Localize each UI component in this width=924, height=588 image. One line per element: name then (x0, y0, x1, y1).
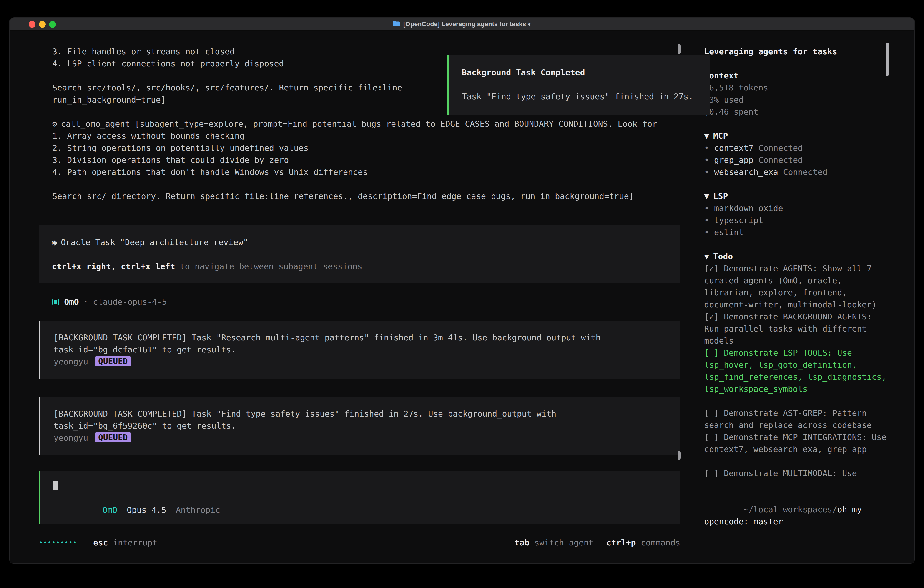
background-task-message: [BACKGROUND TASK COMPLETED] Task "Find t… (39, 397, 680, 455)
agent-header: OmO · claude-opus-4-5 (52, 296, 695, 308)
mcp-item-name: context7 (714, 143, 754, 153)
bullet-icon: • (704, 228, 709, 237)
context-section: Context 66,518 tokens 33% used $0.46 spe… (704, 69, 891, 118)
collapse-icon: ▼ (704, 192, 709, 201)
mcp-header-label: MCP (713, 131, 728, 140)
status-badge: QUEUED (94, 356, 131, 366)
ctrlp-key-label: commands (641, 537, 680, 549)
todo-item-pending: [ ] Demonstrate MULTIMODAL: Use (704, 467, 891, 479)
workspace-path: ~/local-workspaces/oh-my-opencode: maste… (704, 491, 891, 540)
oracle-task-title: Oracle Task "Deep architecture review" (61, 238, 248, 247)
tool-call-line: Search src/ directory. Return specific f… (52, 190, 695, 202)
lsp-item: •markdown-oxide (704, 202, 891, 214)
minimize-button[interactable] (39, 21, 46, 28)
main-scrollbar-thumb-bottom[interactable] (678, 451, 681, 460)
folder-icon (393, 20, 400, 28)
background-task-message: [BACKGROUND TASK COMPLETED] Task "Resear… (39, 320, 680, 378)
checkbox-fill (54, 301, 57, 304)
message-text-line: [BACKGROUND TASK COMPLETED] Task "Find t… (54, 408, 667, 420)
lsp-section: ▼LSP •markdown-oxide •typescript •eslint (704, 190, 891, 238)
notification-title: Background Task Completed (462, 66, 696, 78)
blank-line (52, 178, 695, 190)
mcp-header: ▼MCP (704, 130, 891, 142)
session-title: Leveraging agents for tasks (704, 45, 891, 58)
oracle-hint-text: to navigate between subagent sessions (175, 262, 362, 271)
terminal-content: 3. File handles or streams not closed 4.… (10, 31, 914, 563)
todo-header: ▼Todo (704, 250, 891, 263)
esc-key-hint: esc (93, 537, 108, 549)
input-provider-name: Anthropic (176, 505, 220, 515)
sidebar: Leveraging agents for tasks Context 66,5… (695, 31, 915, 563)
mcp-item-name: grep_app (714, 155, 754, 165)
agent-model: claude-opus-4-5 (93, 296, 167, 308)
close-button[interactable] (29, 21, 35, 28)
message-meta-line: yeongyuQUEUED (54, 356, 667, 368)
todo-item-active: [ ] Demonstrate LSP TOOLS: Use lsp_hover… (704, 347, 891, 395)
collapse-icon: ▼ (704, 131, 709, 140)
window-title: [OpenCode] Leveraging agents for tasks ◐ (393, 20, 532, 28)
app-version-line: •OpenCode1.0.163 (704, 552, 891, 564)
tab-key-label: switch agent (534, 537, 593, 549)
window-titlebar[interactable]: [OpenCode] Leveraging agents for tasks ◐ (10, 18, 914, 31)
lsp-item: •eslint (704, 226, 891, 238)
todo-item-pending: [ ] Demonstrate MCP INTEGRATIONS: Use co… (704, 431, 891, 455)
status-bar-left: ••••••••• esc interrupt (39, 537, 157, 549)
window-title-text: [OpenCode] Leveraging agents for tasks ◐ (403, 20, 532, 28)
bullet-icon: • (704, 167, 709, 177)
sidebar-scrollbar-thumb[interactable] (886, 43, 889, 76)
tab-key-hint: tab (515, 537, 529, 549)
tool-call-line: 1. Array access without bounds checking (52, 130, 695, 142)
mcp-item-name: websearch_exa (714, 167, 778, 177)
chat-pane: 3. File handles or streams not closed 4.… (10, 31, 695, 563)
traffic-lights (29, 21, 56, 28)
context-tokens: 66,518 tokens (704, 82, 891, 94)
lsp-item-name: typescript (714, 216, 764, 225)
notification-body: Task "Find type safety issues" finished … (462, 91, 696, 102)
bullet-icon: • (704, 216, 709, 225)
blank-line (52, 248, 668, 260)
context-spent: $0.46 spent (704, 106, 891, 118)
mcp-item: •context7Connected (704, 142, 891, 154)
lsp-item-name: eslint (714, 228, 744, 237)
oracle-task-box: ◉Oracle Task "Deep architecture review" … (39, 225, 680, 283)
todo-item-done: [✓] Demonstrate AGENTS: Show all 7 curat… (704, 263, 891, 311)
input-agent-name: OmO (102, 505, 117, 515)
mcp-item-status: Connected (783, 167, 827, 177)
terminal-window: [OpenCode] Leveraging agents for tasks ◐… (9, 17, 915, 564)
oracle-task-title-line: ◉Oracle Task "Deep architecture review" (52, 236, 668, 248)
mcp-item: •grep_appConnected (704, 154, 891, 166)
message-meta-line: yeongyuQUEUED (54, 432, 667, 444)
context-used: 33% used (704, 94, 891, 106)
prompt-input[interactable]: OmOOpus 4.5Anthropic (39, 471, 680, 524)
oracle-hint-keys: ctrl+x right, ctrl+x left (52, 262, 175, 271)
status-bar: ••••••••• esc interrupt tab switch agent… (39, 537, 680, 549)
tool-call-text: call_omo_agent [subagent_type=explore, p… (61, 119, 657, 129)
lsp-item-name: markdown-oxide (714, 203, 783, 213)
collapse-icon: ▼ (704, 252, 709, 261)
mcp-item-status: Connected (759, 155, 803, 165)
input-text-line (53, 480, 668, 492)
context-header: Context (704, 69, 891, 82)
tool-call-line: 4. Path operations that don't handle Win… (52, 166, 695, 178)
agent-separator: · (83, 296, 88, 308)
bullet-icon: • (704, 143, 709, 153)
bullet-icon: • (704, 155, 709, 165)
tool-call-line: 2. String operations on potentially unde… (52, 142, 695, 154)
main-scrollbar-thumb-top[interactable] (678, 44, 681, 54)
background-task-notification: Background Task Completed Task "Find typ… (447, 55, 710, 115)
maximize-button[interactable] (49, 21, 56, 28)
esc-key-label: interrupt (113, 537, 157, 549)
lsp-header: ▼LSP (704, 190, 891, 202)
oracle-hint-line: ctrl+x right, ctrl+x left to navigate be… (52, 260, 668, 273)
ctrlp-key-hint: ctrl+p (606, 537, 636, 549)
tool-call-header: ⚙call_omo_agent [subagent_type=explore, … (52, 118, 695, 130)
message-author: yeongyu (54, 433, 88, 443)
tool-call-line: 3. Division operations that could divide… (52, 154, 695, 166)
status-badge: QUEUED (94, 433, 131, 443)
agent-checkbox-icon (52, 299, 59, 306)
mcp-section: ▼MCP •context7Connected •grep_appConnect… (704, 130, 891, 178)
lsp-item: •typescript (704, 214, 891, 226)
workspace-dir: ~/local-workspaces/ (744, 505, 837, 514)
status-bar-right: tab switch agent ctrl+p commands (515, 537, 680, 549)
input-model-line: OmOOpus 4.5Anthropic (53, 492, 668, 515)
